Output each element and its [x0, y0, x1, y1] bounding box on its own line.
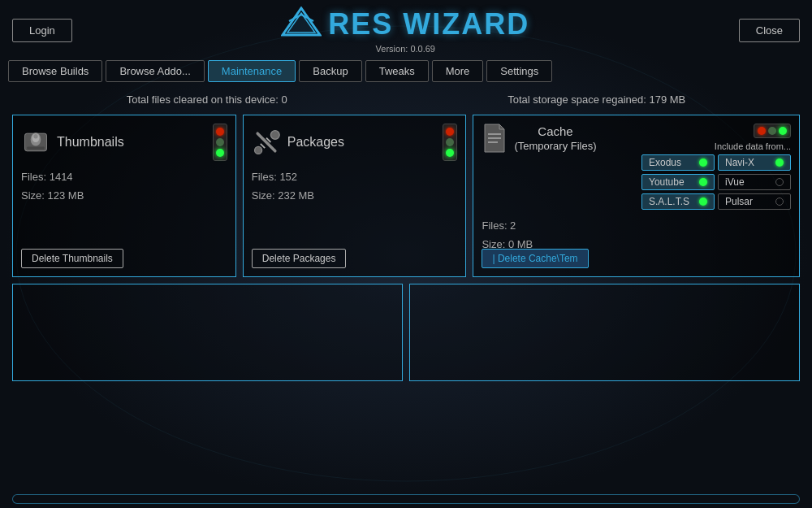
- pulsar-dot: [775, 198, 784, 206]
- cache-subtitle: (Temporary Files): [514, 140, 596, 154]
- thumbnails-files: Files: 1414: [21, 167, 227, 186]
- thumbnails-tile: Thumbnails Files: 1414 Size: 123 MB Dele…: [12, 115, 236, 277]
- cache-tile: Cache (Temporary Files) Include data fro…: [473, 115, 800, 277]
- salts-label: S.A.L.T.S: [649, 196, 689, 207]
- thumbnails-size: Size: 123 MB: [21, 186, 227, 205]
- pulsar-checkbox[interactable]: Pulsar: [718, 193, 791, 210]
- checkbox-grid: Exodus Navi-X Youtube iVue: [641, 154, 791, 210]
- svg-rect-6: [27, 146, 45, 150]
- packages-traffic-light: [443, 124, 457, 161]
- exodus-label: Exodus: [649, 157, 681, 168]
- thumbnails-tile-header: Thumbnails: [21, 124, 227, 161]
- delete-cache-button[interactable]: | Delete Cache\Tem: [482, 249, 588, 268]
- version-text: Version: 0.0.69: [376, 44, 435, 54]
- red-light: [216, 128, 224, 136]
- red-light: [758, 127, 766, 135]
- logo-area: RES WIZARD Version: 0.0.69: [72, 7, 739, 54]
- packages-icon: [252, 128, 281, 157]
- cache-title: Cache: [514, 124, 596, 140]
- youtube-checkbox[interactable]: Youtube: [641, 174, 715, 190]
- thumbnails-stats: Files: 1414 Size: 123 MB: [21, 167, 227, 206]
- svg-point-8: [33, 134, 37, 138]
- logo-text: RES WIZARD: [328, 7, 529, 41]
- include-label: Include data from...: [715, 141, 791, 151]
- salts-checkbox[interactable]: S.A.L.T.S: [641, 193, 715, 210]
- youtube-label: Youtube: [649, 176, 685, 188]
- ivue-dot: [775, 178, 784, 186]
- close-button[interactable]: Close: [739, 19, 800, 42]
- yellow-light: [446, 138, 454, 146]
- logo-icon: [281, 7, 322, 42]
- svg-point-11: [254, 146, 261, 154]
- yellow-light: [216, 138, 224, 146]
- green-light: [779, 127, 787, 135]
- thumbnails-title-area: Thumbnails: [21, 128, 124, 157]
- delete-thumbnails-button[interactable]: Delete Thumbnails: [21, 249, 123, 268]
- ivue-label: iVue: [725, 176, 745, 188]
- packages-tile: Packages Files: 152 Size: 232 MB Delete …: [243, 115, 467, 277]
- navix-label: Navi-X: [725, 157, 754, 168]
- navix-checkbox[interactable]: Navi-X: [718, 154, 791, 171]
- cache-icon: [482, 124, 508, 153]
- login-button[interactable]: Login: [12, 19, 72, 42]
- packages-stats: Files: 152 Size: 232 MB: [252, 167, 458, 206]
- cache-traffic-light: [754, 124, 791, 138]
- thumbnails-title: Thumbnails: [57, 135, 124, 150]
- cache-files: Files: 2: [482, 216, 791, 235]
- green-light: [216, 149, 224, 157]
- svg-point-10: [270, 131, 279, 140]
- youtube-dot: [699, 178, 707, 186]
- delete-packages-button[interactable]: Delete Packages: [252, 249, 347, 268]
- thumbnails-icon: [21, 128, 50, 157]
- green-light: [446, 149, 454, 157]
- packages-size: Size: 232 MB: [252, 186, 458, 205]
- packages-title: Packages: [287, 135, 344, 150]
- thumbnails-traffic-light: [213, 124, 227, 161]
- yellow-light: [768, 127, 776, 135]
- pulsar-label: Pulsar: [725, 196, 753, 207]
- exodus-checkbox[interactable]: Exodus: [641, 154, 715, 171]
- red-light: [446, 128, 454, 136]
- packages-tile-header: Packages: [252, 124, 458, 161]
- ivue-checkbox[interactable]: iVue: [718, 174, 791, 190]
- salts-dot: [699, 198, 707, 206]
- packages-title-area: Packages: [252, 128, 344, 157]
- navix-dot: [775, 158, 784, 167]
- top-tiles-row: Thumbnails Files: 1414 Size: 123 MB Dele…: [12, 115, 800, 277]
- packages-files: Files: 152: [252, 167, 458, 186]
- progress-bar: [12, 494, 800, 504]
- exodus-dot: [699, 158, 707, 167]
